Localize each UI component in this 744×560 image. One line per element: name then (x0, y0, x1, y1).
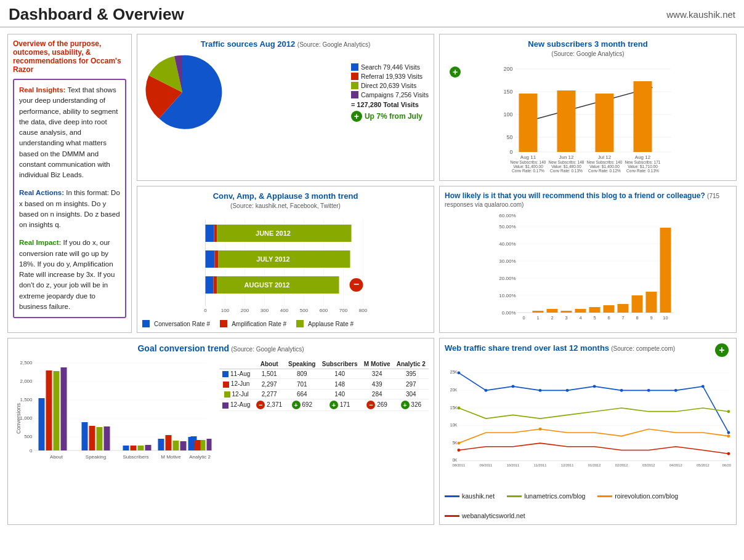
svg-text:2,500: 2,500 (20, 360, 33, 366)
bar-aug12 (634, 81, 652, 152)
subscribers-title: New subscribers 3 month trend (Source: G… (445, 39, 731, 58)
impact-text: Real Impact: If you do x, our conversion… (19, 238, 120, 312)
svg-point-172 (457, 442, 460, 445)
traffic-title: Traffic sources Aug 2012 (Source: Google… (142, 39, 429, 49)
lunametrics-line (459, 408, 729, 418)
svg-rect-118 (131, 446, 137, 450)
impact-label: Real Impact: (19, 239, 61, 246)
svg-rect-124 (173, 441, 179, 450)
svg-rect-77 (589, 307, 600, 313)
svg-text:Aug 11: Aug 11 (520, 154, 536, 160)
svg-rect-76 (575, 309, 586, 313)
svg-rect-78 (604, 305, 615, 313)
subscribers-panel: New subscribers 3 month trend (Source: G… (439, 34, 737, 181)
svg-rect-114 (97, 427, 103, 450)
svg-text:3: 3 (565, 315, 567, 321)
table-row: 12-Aug − 2,371 + 692 + 171 − 269 + 326 (219, 399, 429, 411)
svg-text:Aug 12: Aug 12 (635, 154, 651, 160)
bar-aug11 (519, 94, 538, 152)
svg-rect-134 (207, 439, 212, 450)
traffic-panel: Traffic sources Aug 2012 (Source: Google… (137, 34, 434, 181)
svg-point-168 (702, 385, 705, 388)
svg-rect-107 (39, 398, 45, 450)
legend-item-waw: webanalyticsworld.net (445, 512, 525, 519)
conv-amp-panel: Conv, Amp, & Applause 3 month trend (Sou… (137, 186, 434, 333)
svg-text:600: 600 (320, 308, 328, 313)
search-dot (351, 63, 358, 71)
svg-text:−: − (354, 279, 359, 289)
svg-text:0: 0 (509, 149, 512, 155)
svg-text:300: 300 (261, 308, 269, 313)
svg-text:2: 2 (551, 315, 553, 321)
campaigns-dot (351, 91, 358, 98)
col-about: About (253, 359, 285, 369)
svg-text:10/2011: 10/2011 (507, 463, 520, 467)
svg-text:60.00%: 60.00% (499, 213, 516, 218)
svg-rect-115 (104, 426, 110, 450)
svg-text:05/2012: 05/2012 (697, 463, 710, 467)
app-dot (296, 320, 304, 327)
table-row: 12-Jun 2,297 701 148 439 297 (219, 379, 429, 389)
svg-text:New Subscribs: 148: New Subscribs: 148 (549, 160, 584, 164)
svg-text:Value: $1,400.00: Value: $1,400.00 (589, 164, 620, 169)
goals-bar-chart: Conversions 2,500 2,000 1,500 1,000 500 … (13, 357, 214, 480)
svg-text:03/2012: 03/2012 (642, 463, 655, 467)
svg-text:0: 0 (30, 448, 33, 454)
insights-box: Real Insights: Text that shows your deep… (13, 79, 126, 318)
svg-text:Speaking: Speaking (86, 454, 106, 460)
svg-text:800: 800 (359, 308, 368, 313)
svg-text:25K: 25K (450, 370, 458, 375)
conv-legend: Conversation Rate # Amplification Rate #… (142, 320, 429, 327)
svg-text:New Subscribs: 140: New Subscribs: 140 (587, 160, 623, 164)
legend-item: Applause Rate # (296, 320, 354, 327)
svg-rect-45 (206, 225, 214, 242)
svg-text:200: 200 (503, 66, 512, 72)
svg-text:0K: 0K (452, 458, 458, 462)
svg-text:About: About (50, 454, 63, 460)
svg-text:500: 500 (300, 308, 309, 313)
bar-jul12 (596, 94, 614, 152)
svg-rect-50 (215, 250, 219, 268)
conv-amp-chart: 0 100 200 300 400 500 600 700 800 (142, 214, 429, 315)
svg-rect-74 (547, 309, 558, 313)
svg-rect-108 (46, 370, 52, 450)
svg-text:Conv Rate: 0.13%: Conv Rate: 0.13% (550, 169, 583, 173)
svg-rect-79 (618, 304, 629, 313)
goals-table: About Speaking Subscribers M Motive Anal… (219, 359, 429, 411)
svg-text:New Subscribs: 140: New Subscribs: 140 (511, 160, 546, 164)
kaushik-line (459, 373, 729, 433)
svg-text:5K: 5K (452, 441, 458, 445)
recommend-panel: How likely is it that you will recommend… (439, 186, 737, 333)
svg-text:11/2011: 11/2011 (534, 463, 547, 467)
table-row: 12-Jul 2,277 664 140 284 304 (219, 389, 429, 399)
svg-text:0.00%: 0.00% (502, 310, 516, 316)
svg-point-162 (539, 389, 542, 392)
svg-text:0: 0 (204, 308, 207, 313)
svg-rect-123 (166, 435, 172, 450)
svg-point-166 (647, 389, 650, 392)
svg-rect-82 (660, 228, 671, 313)
list-item: Referral 19,939 Visits (351, 73, 429, 80)
list-item: Search 79,446 Visits (351, 63, 429, 71)
svg-text:Jul 12: Jul 12 (598, 154, 612, 160)
row-label: 11-Aug (219, 369, 253, 379)
svg-text:10K: 10K (450, 423, 458, 427)
svg-text:Jun 12: Jun 12 (559, 154, 574, 160)
svg-text:04/2012: 04/2012 (669, 463, 682, 467)
recommend-chart: 0.00% 10.00% 20.00% 30.00% 40.00% 50.00%… (445, 211, 731, 325)
svg-text:Conv Rate: 0.17%: Conv Rate: 0.17% (512, 169, 544, 173)
col-label (219, 359, 253, 369)
svg-point-167 (674, 389, 677, 392)
svg-point-174 (727, 434, 730, 438)
svg-point-170 (457, 407, 460, 410)
svg-text:1,000: 1,000 (20, 415, 33, 421)
svg-text:08/2011: 08/2011 (453, 463, 466, 467)
svg-point-175 (457, 449, 460, 452)
svg-text:7: 7 (621, 315, 624, 321)
svg-text:9: 9 (650, 315, 652, 321)
legend-item: Amplification Rate # (220, 320, 286, 327)
svg-text:09/2011: 09/2011 (480, 463, 493, 467)
svg-rect-49 (206, 250, 215, 268)
svg-rect-80 (632, 295, 643, 313)
svg-rect-75 (561, 311, 572, 313)
